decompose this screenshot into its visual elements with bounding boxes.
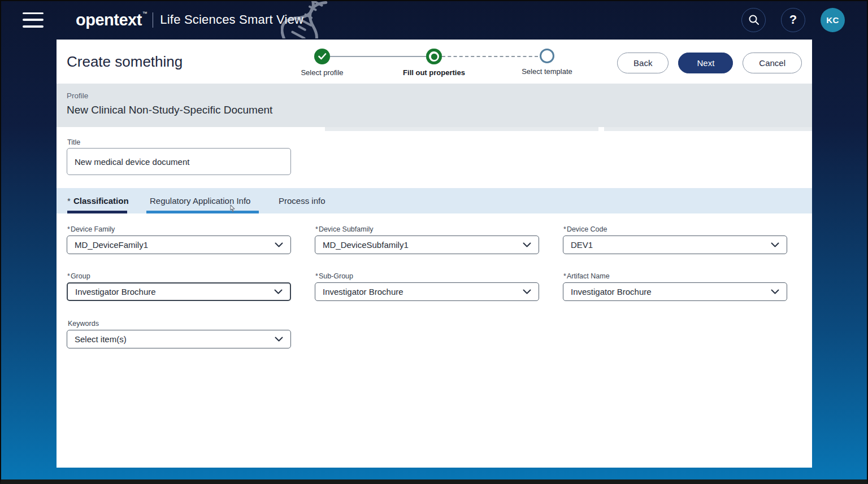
step-select-profile[interactable]: Select profile (274, 49, 370, 77)
cancel-button[interactable]: Cancel (743, 53, 802, 73)
select-placeholder: Select item(s) (75, 334, 127, 344)
device-subfamily-label: *Device Subfamily (315, 225, 373, 233)
artifact-name-select[interactable]: Investigator Brochure (563, 282, 787, 301)
chevron-down-icon (771, 289, 779, 294)
current-step-icon (426, 49, 442, 64)
wizard-actions: Back Next Cancel (617, 53, 802, 73)
select-value: Investigator Brochure (75, 287, 156, 296)
group-label: *Group (67, 272, 90, 280)
tab-label: Process info (279, 196, 326, 206)
tab-classification[interactable]: * Classification (67, 188, 129, 213)
help-button[interactable]: ? (781, 8, 805, 32)
chevron-down-icon (523, 289, 531, 294)
create-wizard-card: Create something Select profile Fill out… (57, 40, 812, 468)
profile-strip-edge (604, 127, 812, 131)
chevron-down-icon (274, 289, 283, 294)
device-code-select[interactable]: DEV1 (563, 236, 787, 254)
select-value: Investigator Brochure (323, 287, 403, 296)
keywords-label: Keywords (67, 320, 99, 328)
title-input[interactable] (67, 148, 291, 175)
chevron-down-icon (275, 242, 283, 247)
keywords-select[interactable]: Select item(s) (67, 330, 291, 348)
profile-strip-edge (325, 127, 598, 131)
chevron-down-icon (523, 242, 531, 247)
sub-group-label: *Sub-Group (315, 272, 353, 280)
artifact-name-label: *Artifact Name (563, 272, 610, 280)
select-value: MD_DeviceFamily1 (75, 240, 148, 250)
check-icon (318, 53, 327, 60)
properties-tab-bar: * Classification Regulatory Application … (57, 188, 812, 213)
hamburger-menu-icon[interactable] (23, 12, 44, 28)
sub-group-select[interactable]: Investigator Brochure (315, 282, 539, 301)
help-icon: ? (789, 12, 797, 27)
next-button[interactable]: Next (678, 53, 733, 73)
back-button[interactable]: Back (617, 53, 669, 73)
mouse-pointer-icon (228, 204, 237, 215)
chevron-down-icon (275, 337, 283, 342)
brand-divider (153, 12, 153, 28)
search-icon (748, 14, 760, 25)
search-button[interactable] (741, 8, 766, 32)
select-value: MD_DeviceSubfamily1 (323, 240, 409, 250)
required-marker: * (67, 196, 71, 206)
opentext-logo: opentext™ (76, 11, 147, 29)
step-label: Select profile (301, 68, 343, 77)
profile-label: Profile (67, 91, 88, 100)
step-fill-out-properties[interactable]: Fill out properties (386, 49, 482, 77)
dna-helix-decoration (281, 0, 333, 38)
active-tab-indicator (67, 211, 127, 213)
device-family-label: *Device Family (67, 225, 115, 233)
chevron-down-icon (771, 242, 779, 247)
hover-tab-indicator (146, 211, 259, 213)
select-value: DEV1 (571, 240, 593, 250)
tab-label: Classification (73, 196, 129, 206)
trademark-symbol: ™ (142, 11, 147, 16)
profile-value: New Clinical Non-Study-Specific Document (67, 104, 272, 116)
user-avatar[interactable]: KC (821, 8, 845, 32)
upcoming-step-icon (540, 49, 554, 63)
title-field-label: Title (67, 138, 80, 146)
group-select[interactable]: Investigator Brochure (67, 282, 291, 301)
profile-section: Profile New Clinical Non-Study-Specific … (57, 84, 812, 127)
top-bar: opentext™ Life Sciences Smart View (0, 0, 868, 40)
step-label: Select template (522, 67, 572, 76)
device-subfamily-select[interactable]: MD_DeviceSubfamily1 (315, 236, 539, 254)
step-label: Fill out properties (403, 68, 465, 77)
select-value: Investigator Brochure (571, 287, 652, 296)
device-code-label: *Device Code (563, 225, 607, 233)
device-family-select[interactable]: MD_DeviceFamily1 (67, 236, 291, 254)
step-select-template[interactable]: Select template (499, 49, 595, 76)
tab-process-info[interactable]: Process info (279, 188, 326, 213)
